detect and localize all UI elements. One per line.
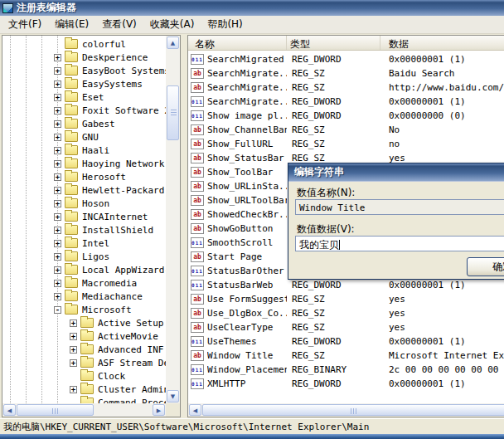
- status-bar: 我的电脑\HKEY_CURRENT_USER\Software\Microsof…: [0, 418, 504, 434]
- tree-node-label: EasySystems: [82, 79, 143, 90]
- scroll-left-icon[interactable]: ◀: [3, 404, 16, 416]
- registry-value-row[interactable]: ab Show_FullURL REG_SZ no: [188, 137, 504, 151]
- menu-item[interactable]: 编辑(E): [48, 16, 95, 33]
- expand-toggle-icon[interactable]: +: [70, 346, 77, 354]
- expand-toggle-icon[interactable]: +: [54, 147, 61, 154]
- registry-value-row[interactable]: 011 SearchMigrated REG_DWORD 0x00000001 …: [188, 52, 504, 66]
- tree-node[interactable]: Clock: [2, 369, 166, 383]
- registry-value-row[interactable]: 011 Window_Placement REG_BINARY 2c 00 00…: [188, 363, 504, 377]
- column-header[interactable]: 数据: [380, 36, 504, 50]
- expand-toggle-icon[interactable]: +: [54, 266, 61, 274]
- tree-node[interactable]: + EasyBoot Systems: [2, 64, 166, 77]
- scroll-right-icon[interactable]: ▶: [153, 404, 165, 416]
- tree-node[interactable]: colorful: [2, 37, 166, 51]
- list-hscroll-thumb[interactable]: [202, 404, 504, 416]
- expand-toggle-icon[interactable]: +: [54, 187, 61, 194]
- tree-node[interactable]: + Haoying Network: [2, 157, 166, 170]
- expand-toggle-icon[interactable]: +: [54, 173, 61, 181]
- tree-node[interactable]: + ASF Stream De: [2, 356, 166, 369]
- tree-node[interactable]: + Local AppWizard-: [2, 263, 166, 276]
- tree-node[interactable]: + InstallShield: [2, 223, 166, 237]
- expand-toggle-icon[interactable]: +: [54, 134, 61, 141]
- expand-toggle-icon[interactable]: +: [54, 54, 61, 61]
- tree-node[interactable]: + Cluster Admin: [2, 383, 166, 396]
- scroll-down-icon[interactable]: ▼: [167, 390, 179, 402]
- expand-toggle-icon[interactable]: +: [54, 227, 61, 234]
- expand-toggle-icon[interactable]: +: [54, 160, 61, 168]
- tree-hscroll-thumb[interactable]: [17, 404, 94, 416]
- registry-value-row[interactable]: 011 UseThemes REG_DWORD 0x00000001 (1): [188, 334, 504, 349]
- tree-node[interactable]: - Microsoft: [2, 303, 166, 316]
- tree-node[interactable]: + GNU: [2, 130, 166, 144]
- expand-toggle-icon[interactable]: +: [70, 319, 77, 327]
- title-bar[interactable]: 注册表编辑器: [0, 0, 504, 16]
- list-horizontal-scrollbar[interactable]: ◀: [188, 403, 504, 417]
- menu-item[interactable]: 文件(F): [2, 16, 48, 33]
- tree-node[interactable]: + Haali: [2, 144, 166, 157]
- scroll-up-icon[interactable]: ▲: [167, 37, 179, 49]
- expand-toggle-icon[interactable]: +: [54, 67, 61, 75]
- registry-value-row[interactable]: ab SearchMigrate... REG_SZ http://www.ba…: [188, 80, 504, 95]
- tree-node[interactable]: + Foxit Software 2: [2, 104, 166, 117]
- tree-node[interactable]: + Deskperience: [2, 51, 166, 64]
- ok-button[interactable]: 确定: [467, 257, 504, 276]
- panel-splitter[interactable]: [181, 35, 187, 417]
- tree-node[interactable]: + Herosoft: [2, 170, 166, 183]
- expand-toggle-icon[interactable]: +: [54, 280, 61, 287]
- registry-value-row[interactable]: 011 XMLHTTP REG_DWORD 0x00000001 (1): [188, 377, 504, 391]
- expand-toggle-icon[interactable]: -: [54, 306, 61, 314]
- expand-toggle-icon[interactable]: +: [54, 107, 61, 115]
- registry-value-row[interactable]: ab Use FormSuggest REG_SZ yes: [188, 292, 504, 306]
- column-header[interactable]: 名称: [188, 36, 287, 50]
- tree-node[interactable]: + Ligos: [2, 250, 166, 263]
- expand-toggle-icon[interactable]: +: [54, 80, 61, 88]
- tree-horizontal-scrollbar[interactable]: ◀ ▶: [2, 403, 166, 417]
- tree-node[interactable]: + Eset: [2, 90, 166, 104]
- tree-vertical-scrollbar[interactable]: ▲ ▼: [166, 36, 180, 403]
- value-name-input[interactable]: Window Title: [295, 199, 504, 215]
- menu-item[interactable]: 查看(V): [95, 16, 143, 33]
- tree-node[interactable]: + Gabest: [2, 117, 166, 130]
- menu-item[interactable]: 帮助(H): [201, 16, 249, 33]
- expand-toggle-icon[interactable]: +: [70, 333, 77, 340]
- registry-value-row[interactable]: 011 Show image pl... REG_DWORD 0x0000000…: [188, 109, 504, 123]
- tree-node[interactable]: + EasySystems: [2, 77, 166, 90]
- registry-value-row[interactable]: ab UseClearType REG_SZ yes: [188, 320, 504, 334]
- expand-toggle-icon[interactable]: +: [54, 200, 61, 207]
- tree-node[interactable]: + Advanced INF: [2, 343, 166, 356]
- value-data-input[interactable]: 我的宝贝: [295, 236, 504, 251]
- tree-node[interactable]: + ActiveMovie: [2, 329, 166, 343]
- expand-toggle-icon[interactable]: +: [70, 359, 77, 367]
- tree-node-label: Intel: [82, 238, 109, 249]
- tree-node[interactable]: + Mediachance: [2, 290, 166, 303]
- expand-toggle-icon[interactable]: +: [54, 240, 61, 247]
- registry-value-row[interactable]: ab Window Title REG_SZ Microsoft Interne…: [188, 349, 504, 363]
- registry-value-row[interactable]: ab SearchMigrate... REG_SZ Baidu Search: [188, 66, 504, 80]
- expand-toggle-icon[interactable]: +: [54, 94, 61, 101]
- expand-toggle-icon[interactable]: +: [54, 253, 61, 261]
- column-header[interactable]: 类型: [287, 36, 380, 50]
- registry-value-row[interactable]: 011 SearchMigrate... REG_DWORD 0x0000000…: [188, 95, 504, 109]
- string-value-icon: ab: [191, 308, 204, 319]
- tree-node[interactable]: + Intel: [2, 237, 166, 250]
- value-name-label: 数值名称(N):: [297, 186, 355, 200]
- scroll-left-icon[interactable]: ◀: [189, 404, 201, 416]
- expand-toggle-icon[interactable]: +: [54, 120, 61, 128]
- tree-node[interactable]: + Hewlett-Packard: [2, 183, 166, 197]
- dialog-title-bar[interactable]: 编辑字符串: [288, 163, 504, 181]
- registry-value-row[interactable]: ab Show_ChannelBand REG_SZ No: [188, 123, 504, 137]
- tree-vscroll-thumb[interactable]: [167, 85, 179, 140]
- registry-value-row[interactable]: 011 StatusBarWeb REG_DWORD 0x00000001 (1…: [188, 278, 504, 292]
- folder-icon: [65, 52, 78, 62]
- expand-toggle-icon[interactable]: +: [54, 213, 61, 221]
- expand-toggle-icon[interactable]: +: [70, 386, 77, 393]
- tree-node[interactable]: Command Proce: [2, 396, 166, 403]
- menu-item[interactable]: 收藏夹(A): [143, 16, 201, 33]
- tree-node[interactable]: + INCAInternet: [2, 210, 166, 223]
- expand-toggle-icon[interactable]: +: [54, 293, 61, 300]
- tree-node[interactable]: + Macromedia: [2, 276, 166, 290]
- registry-tree[interactable]: colorful + Deskperience + EasyBoot Syste…: [2, 36, 166, 403]
- registry-value-row[interactable]: ab Use_DlgBox_Co... REG_SZ yes: [188, 306, 504, 320]
- tree-node[interactable]: + Active Setup: [2, 316, 166, 329]
- tree-node[interactable]: + Hoson: [2, 197, 166, 210]
